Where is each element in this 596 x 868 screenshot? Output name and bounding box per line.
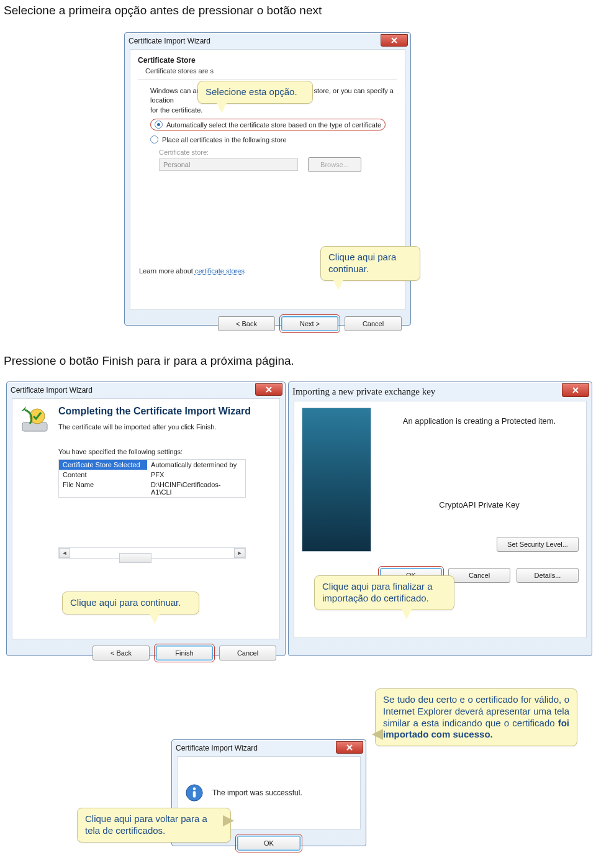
store-label: Certificate store: [159, 148, 397, 156]
radio-auto-select-label: Automatically select the certificate sto… [166, 121, 381, 129]
close-icon [572, 387, 579, 393]
settings-key: Certificate Store Selected [59, 460, 147, 470]
browse-button[interactable]: Browse... [308, 157, 361, 172]
cancel-button[interactable]: Cancel [219, 646, 276, 660]
private-key-graphic [302, 408, 371, 552]
close-button[interactable] [562, 383, 589, 397]
finish-button[interactable]: Finish [156, 646, 213, 660]
scroll-right-icon[interactable]: ► [234, 548, 245, 558]
radio-auto-select[interactable] [155, 121, 163, 129]
pk-line1: An application is creating a Protected i… [380, 416, 579, 426]
dialog3-titlebar: Importing a new private exchange key [289, 382, 592, 401]
settings-val: Automatically determined by [147, 460, 245, 470]
instruction-heading-2: Pressione o botão Finish para ir para a … [4, 354, 562, 368]
store-value-textbox: Personal [159, 158, 298, 171]
wizard-icon [20, 405, 50, 633]
close-icon [346, 744, 353, 751]
divider [138, 80, 397, 80]
cancel-button[interactable]: Cancel [448, 568, 510, 583]
svg-rect-5 [193, 791, 196, 797]
scroll-thumb[interactable] [119, 553, 151, 563]
dialog2-title: Certificate Import Wizard [11, 386, 93, 395]
dialog-completing-wizard: Certificate Import Wizard Completing the… [6, 381, 286, 656]
callout-click-continue-2-text: Clique aqui para continuar. [70, 597, 181, 608]
set-security-button[interactable]: Set Security Level... [497, 537, 579, 552]
svg-point-4 [193, 787, 196, 790]
settings-label: You have specified the following setting… [58, 448, 272, 455]
pk-line2: CryptoAPI Private Key [380, 500, 579, 509]
settings-val: D:\HCINF\Certificados-A1\CLI [147, 480, 245, 497]
callout-finish-import-text: Clique aqui para finalizar a importação … [322, 581, 433, 603]
callout-back-to-certs-text: Clique aqui para voltar para a tela de c… [85, 813, 207, 836]
horizontal-scrollbar[interactable]: ◄ ► [58, 547, 246, 559]
next-button[interactable]: Next > [281, 316, 338, 331]
callout-finish-import: Clique aqui para finalizar a importação … [314, 575, 454, 610]
dialog4-title: Certificate Import Wizard [176, 744, 258, 752]
callout-click-continue-2: Clique aqui para continuar. [62, 592, 199, 614]
section-subtext: Certificate stores are s [145, 67, 397, 75]
dialog3-title: Importing a new private exchange key [292, 386, 435, 397]
callout-click-continue-1-text: Clique aqui para continuar. [328, 252, 396, 274]
callout-back-to-certs: Clique aqui para voltar para a tela de c… [77, 808, 231, 843]
dialog2-titlebar: Certificate Import Wizard [7, 382, 285, 398]
success-message: The import was successful. [212, 788, 302, 797]
callout-success-text: Se tudo deu certo e o certificado for vá… [383, 694, 569, 728]
desc-line2: for the certificate. [150, 106, 202, 114]
table-row[interactable]: Content PFX [59, 470, 245, 480]
info-icon [185, 783, 204, 802]
dialog1-titlebar: Certificate Import Wizard [125, 33, 410, 49]
settings-val: PFX [147, 470, 245, 480]
dialog1-title: Certificate Import Wizard [129, 37, 210, 45]
callout-select-option-text: Selecione esta opção. [205, 86, 297, 97]
settings-table: Certificate Store Selected Automatically… [58, 459, 246, 498]
callout-select-option: Selecione esta opção. [197, 81, 313, 104]
completing-heading: Completing the Certificate Import Wizard [58, 405, 272, 417]
dialog-certificate-store: Certificate Import Wizard Certificate St… [124, 32, 411, 326]
close-icon [266, 386, 272, 393]
back-button[interactable]: < Back [218, 316, 275, 331]
radio-place-all[interactable] [150, 135, 158, 144]
completing-desc: The certificate will be imported after y… [58, 423, 272, 431]
close-button[interactable] [255, 383, 282, 396]
close-button[interactable] [336, 741, 363, 754]
close-button[interactable] [381, 34, 408, 47]
learn-more-text: Learn more about [139, 267, 195, 275]
details-button[interactable]: Details... [517, 568, 579, 583]
dialog-private-key: Importing a new private exchange key An … [288, 381, 592, 656]
instruction-heading-1: Selecione a primeira opção antes de pres… [4, 4, 562, 17]
ok-button[interactable]: OK [237, 836, 300, 851]
scroll-left-icon[interactable]: ◄ [59, 548, 70, 558]
settings-key: File Name [59, 480, 147, 497]
table-row[interactable]: File Name D:\HCINF\Certificados-A1\CLI [59, 480, 245, 497]
close-icon [391, 37, 397, 43]
section-heading: Certificate Store [138, 56, 397, 65]
dialog4-titlebar: Certificate Import Wizard [172, 740, 366, 756]
back-button[interactable]: < Back [93, 646, 150, 660]
settings-key: Content [59, 470, 147, 480]
learn-more-link[interactable]: certificate stores [195, 267, 245, 275]
cancel-button[interactable]: Cancel [345, 316, 402, 331]
svg-rect-0 [22, 423, 47, 431]
callout-click-continue-1: Clique aqui para continuar. [320, 246, 420, 281]
table-row[interactable]: Certificate Store Selected Automatically… [59, 460, 245, 470]
callout-success-explain: Se tudo deu certo e o certificado for vá… [375, 688, 577, 746]
radio-place-all-label: Place all certificates in the following … [162, 136, 287, 144]
